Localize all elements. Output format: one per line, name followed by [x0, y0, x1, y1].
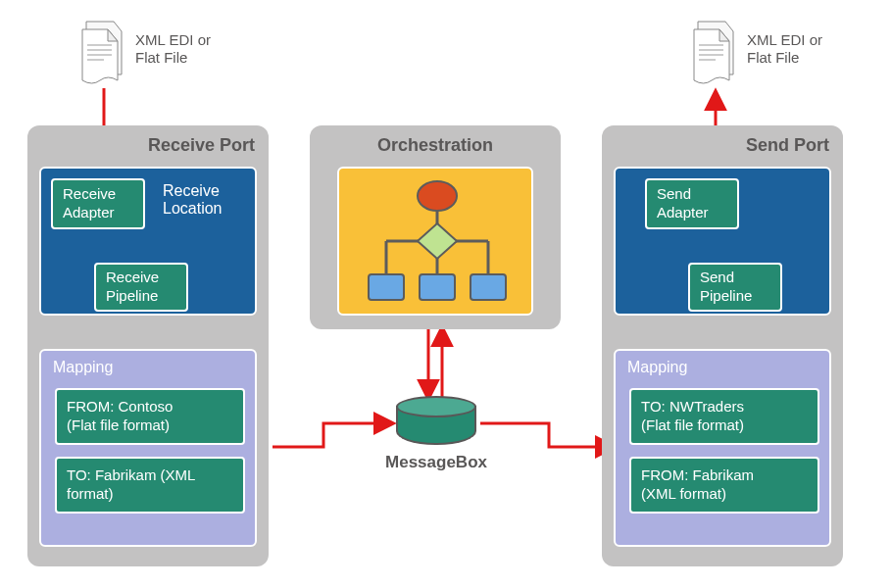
receive-mapping-to: TO: Fabrikam (XML format): [55, 457, 245, 514]
send-port-title: Send Port: [746, 135, 829, 156]
arrow-receive-to-msgbox: [273, 423, 392, 447]
arrow-msgbox-to-send: [480, 423, 614, 447]
output-doc-label: XML EDI or Flat File: [747, 31, 865, 67]
receive-port-panel: Receive Port Receive Location Receive Ad…: [27, 125, 269, 566]
orchestration-diagram-box: [337, 167, 533, 316]
flowchart-icon: [339, 169, 535, 318]
send-location-box: Send Adapter Send Pipeline: [614, 167, 831, 316]
receive-location-label: Receive Location: [163, 182, 223, 218]
svg-rect-15: [420, 274, 455, 300]
receive-location-box: Receive Location Receive Adapter Receive…: [39, 167, 257, 316]
orchestration-title: Orchestration: [310, 135, 561, 156]
receive-port-title: Receive Port: [148, 135, 255, 156]
orchestration-panel: Orchestration: [310, 125, 561, 329]
svg-rect-14: [369, 274, 404, 300]
svg-rect-16: [471, 274, 506, 300]
receive-mapping-box: Mapping FROM: Contoso (Flat file format)…: [39, 349, 257, 547]
send-mapping-from: FROM: Fabrikam (XML format): [629, 457, 819, 514]
send-port-panel: Send Port Send Adapter Send Pipeline Map…: [602, 125, 843, 566]
send-mapping-to: TO: NWTraders (Flat file format): [629, 388, 819, 445]
svg-point-12: [418, 181, 457, 211]
send-mapping-box: Mapping TO: NWTraders (Flat file format)…: [614, 349, 831, 547]
input-doc-icon: [78, 20, 129, 88]
receive-mapping-from: FROM: Contoso (Flat file format): [55, 388, 245, 445]
receive-adapter-box: Receive Adapter: [51, 178, 145, 229]
output-doc-icon: [690, 20, 741, 88]
send-mapping-title: Mapping: [627, 359, 687, 376]
svg-marker-13: [418, 223, 457, 259]
send-adapter-box: Send Adapter: [645, 178, 739, 229]
input-doc-label: XML EDI or Flat File: [135, 31, 243, 67]
receive-pipeline-box: Receive Pipeline: [94, 263, 188, 312]
receive-mapping-title: Mapping: [53, 359, 113, 376]
messagebox-cylinder: [396, 396, 476, 447]
messagebox-label: MessageBox: [372, 453, 500, 472]
send-pipeline-box: Send Pipeline: [688, 263, 782, 312]
